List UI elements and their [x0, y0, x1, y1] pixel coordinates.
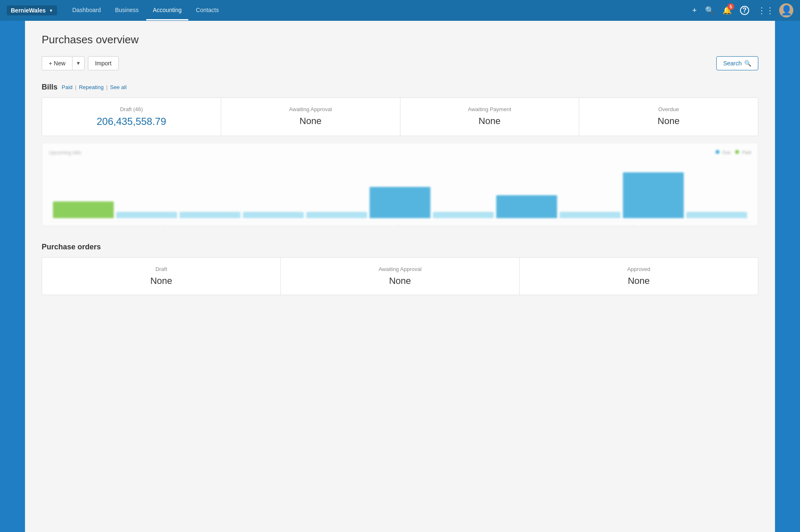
top-navigation: BernieWales ▼ Dashboard Business Account…	[0, 0, 800, 21]
chart-bar-may	[53, 201, 114, 218]
legend-due: Due	[715, 150, 731, 155]
chart-bar-5	[306, 212, 367, 218]
chart-title: Upcoming bills	[49, 150, 751, 156]
po-awaiting-approval-value: None	[291, 276, 509, 286]
notifications-button[interactable]: 🔔 5	[719, 2, 735, 18]
search-icon: 🔍	[705, 6, 714, 15]
nav-dashboard[interactable]: Dashboard	[65, 1, 108, 20]
chart-bar-jun1	[370, 187, 430, 218]
bills-overdue-label: Overdue	[589, 106, 748, 112]
po-awaiting-approval-card[interactable]: Awaiting Approval None	[281, 258, 520, 295]
add-button[interactable]: +	[689, 3, 700, 18]
bills-repeating-link[interactable]: Repeating	[79, 84, 103, 90]
purchase-orders-title: Purchase orders	[42, 243, 101, 251]
bills-section-header: Bills Paid | Repeating | See all	[42, 83, 758, 92]
notification-badge: 5	[728, 3, 734, 10]
bills-draft-value: 206,435,558.79	[52, 116, 211, 127]
search-icon: 🔍	[744, 60, 751, 67]
page-title: Purchases overview	[42, 33, 758, 46]
po-approved-value: None	[530, 276, 748, 286]
bills-draft-card[interactable]: Draft (46) 206,435,558.79	[42, 98, 221, 136]
avatar-image: 👤	[781, 5, 792, 16]
separator: |	[106, 84, 108, 90]
po-awaiting-approval-label: Awaiting Approval	[291, 266, 509, 272]
page-body: Purchases overview + New ▼ Import Search…	[25, 21, 775, 532]
chart-bar-jun2	[433, 212, 494, 218]
nav-accounting[interactable]: Accounting	[146, 1, 188, 20]
po-draft-value: None	[52, 276, 270, 286]
chart-footer-may: May	[49, 222, 283, 226]
purchase-orders-cards: Draft None Awaiting Approval None Approv…	[42, 257, 758, 295]
chart-legend: Due Paid	[715, 150, 751, 155]
legend-paid: Paid	[735, 150, 751, 155]
apps-grid-button[interactable]: ⋮⋮	[754, 2, 778, 19]
plus-icon: +	[692, 6, 697, 15]
nav-business[interactable]: Business	[108, 1, 145, 20]
po-approved-label: Approved	[530, 266, 748, 272]
bills-awaiting-approval-label: Awaiting Approval	[231, 106, 390, 112]
grid-icon: ⋮⋮	[758, 5, 774, 15]
bills-awaiting-payment-card[interactable]: Awaiting Payment None	[400, 98, 580, 136]
bills-awaiting-approval-value: None	[231, 116, 390, 127]
chart-bar-jul1	[623, 172, 684, 218]
bills-section-title: Bills	[42, 83, 58, 92]
new-dropdown-button[interactable]: ▼	[72, 56, 85, 70]
chart-bar-4	[243, 212, 304, 218]
chart-footer-jul: Jul	[517, 222, 751, 226]
chevron-down-icon: ▼	[49, 8, 53, 13]
chart-footer: May Jun Jul	[49, 221, 751, 226]
bills-awaiting-payment-label: Awaiting Payment	[410, 106, 569, 112]
due-dot	[715, 150, 720, 154]
org-selector[interactable]: BernieWales ▼	[7, 5, 57, 15]
chevron-down-icon: ▼	[76, 60, 81, 66]
bar-green	[53, 201, 114, 218]
chart-bar-jun4	[560, 212, 620, 218]
chart-bar-2	[116, 212, 177, 218]
purchase-orders-section-header: Purchase orders	[42, 243, 758, 251]
bills-draft-label: Draft (46)	[52, 106, 211, 112]
search-button[interactable]: Search 🔍	[716, 56, 758, 70]
nav-right-actions: + 🔍 🔔 5 ? ⋮⋮ 👤	[689, 2, 793, 19]
bills-cards-row: Draft (46) 206,435,558.79 Awaiting Appro…	[42, 97, 758, 136]
bills-overdue-value: None	[589, 116, 748, 127]
bills-chart: Upcoming bills Due Paid	[42, 143, 758, 226]
help-button[interactable]: ?	[737, 2, 752, 18]
toolbar: + New ▼ Import Search 🔍	[42, 56, 758, 70]
bills-paid-link[interactable]: Paid	[62, 84, 72, 90]
import-button[interactable]: Import	[88, 56, 119, 70]
chart-bars-area	[49, 164, 751, 218]
po-approved-card[interactable]: Approved None	[520, 258, 758, 295]
po-draft-label: Draft	[52, 266, 270, 272]
po-draft-card[interactable]: Draft None	[42, 258, 281, 295]
nav-links: Dashboard Business Accounting Contacts	[65, 1, 689, 20]
bills-awaiting-payment-value: None	[410, 116, 569, 127]
bills-links: Paid | Repeating | See all	[62, 84, 127, 90]
paid-dot	[735, 150, 739, 154]
bills-awaiting-approval-card[interactable]: Awaiting Approval None	[221, 98, 400, 136]
bills-overdue-card[interactable]: Overdue None	[579, 98, 758, 136]
chart-bar-jul2	[686, 212, 747, 218]
help-icon: ?	[740, 6, 749, 15]
new-button[interactable]: + New	[42, 56, 72, 70]
new-button-group: + New ▼	[42, 56, 85, 70]
chart-bar-jun3	[496, 195, 557, 218]
avatar[interactable]: 👤	[779, 3, 793, 17]
global-search-button[interactable]: 🔍	[702, 2, 718, 18]
chart-bar-3	[180, 212, 240, 218]
bills-see-all-link[interactable]: See all	[110, 84, 127, 90]
org-name: BernieWales	[11, 7, 46, 14]
separator: |	[75, 84, 76, 90]
nav-contacts[interactable]: Contacts	[189, 1, 225, 20]
chart-footer-jun: Jun	[283, 222, 517, 226]
search-button-label: Search	[723, 60, 742, 67]
